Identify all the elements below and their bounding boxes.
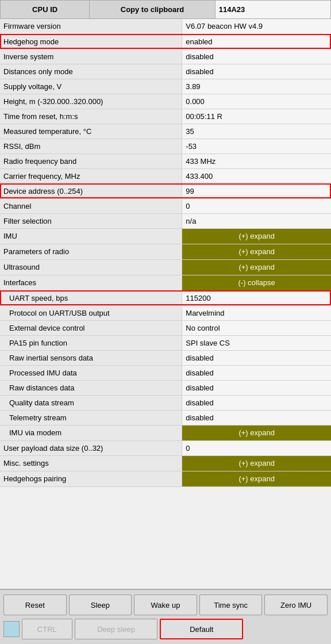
row-value[interactable]: (+) expand	[182, 244, 331, 259]
row-value: SPI slave CS	[182, 335, 331, 350]
row-value[interactable]: (-) collapse	[182, 275, 331, 290]
row-label: Misc. settings	[0, 455, 182, 471]
row-label: Time from reset, h:m:s	[0, 109, 182, 124]
footer: ResetSleepWake upTime syncZero IMU CTRL …	[0, 589, 331, 644]
sleep-button[interactable]: Sleep	[69, 595, 132, 615]
row-label: Filter selection	[0, 213, 182, 228]
zero-imu-button[interactable]: Zero IMU	[264, 595, 328, 615]
row-value: 99	[182, 183, 331, 198]
row-label: Interfaces	[0, 275, 182, 290]
ctrl-label-btn: CTRL	[22, 619, 72, 639]
row-value: disabled	[182, 49, 331, 64]
table-row: UART speed, bps115200	[0, 290, 331, 305]
row-value[interactable]: (+) expand	[182, 455, 331, 471]
row-value: disabled	[182, 380, 331, 395]
row-label: Raw distances data	[0, 380, 182, 395]
row-value: 433.400	[182, 168, 331, 183]
table-row: Radio frequency band433 MHz	[0, 154, 331, 168]
ctrl-checkbox[interactable]	[3, 621, 20, 637]
row-value[interactable]: (+) expand	[182, 228, 331, 244]
footer-row1: ResetSleepWake upTime syncZero IMU	[3, 595, 328, 615]
row-label: IMU via modem	[0, 425, 182, 440]
table-row: Interfaces(-) collapse	[0, 275, 331, 290]
wake-up-button[interactable]: Wake up	[134, 595, 197, 615]
row-label: PA15 pin function	[0, 335, 182, 350]
table-row: Channel0	[0, 198, 331, 213]
header-table: CPU ID Copy to clipboard 114A23	[0, 0, 331, 19]
copy-to-clipboard-button[interactable]: Copy to clipboard	[90, 1, 215, 19]
row-value: V6.07 beacon HW v4.9	[182, 19, 331, 34]
table-row: PA15 pin functionSPI slave CS	[0, 335, 331, 350]
table-row: Firmware versionV6.07 beacon HW v4.9	[0, 19, 331, 34]
table-row: Hedgehogs pairing(+) expand	[0, 471, 331, 486]
row-label: User payload data size (0..32)	[0, 440, 182, 455]
row-label: Protocol on UART/USB output	[0, 305, 182, 320]
row-label: UART speed, bps	[0, 290, 182, 305]
table-row: RSSI, dBm-53	[0, 139, 331, 154]
row-label: Hedgehogs pairing	[0, 471, 182, 486]
default-button[interactable]: Default	[160, 619, 243, 639]
row-label: Hedgehog mode	[0, 34, 182, 49]
main-content: CPU ID Copy to clipboard 114A23 Firmware…	[0, 0, 331, 589]
table-row: Device address (0..254)99	[0, 183, 331, 198]
row-value: 00:05:11 R	[182, 109, 331, 124]
reset-button[interactable]: Reset	[3, 595, 67, 615]
row-value[interactable]: (+) expand	[182, 471, 331, 486]
table-row: Height, m (-320.000..320.000)0.000	[0, 94, 331, 109]
table-row: Raw distances datadisabled	[0, 380, 331, 395]
table-row: Time from reset, h:m:s00:05:11 R	[0, 109, 331, 124]
row-value: 3.89	[182, 79, 331, 94]
row-label: Processed IMU data	[0, 365, 182, 380]
row-value: 0	[182, 440, 331, 455]
row-value: 433 MHz	[182, 154, 331, 168]
row-value: disabled	[182, 365, 331, 380]
cpu-id-label[interactable]: CPU ID	[1, 1, 90, 19]
row-label: IMU	[0, 228, 182, 244]
row-label: Telemetry stream	[0, 410, 182, 425]
row-label: Firmware version	[0, 19, 182, 34]
row-label: Ultrasound	[0, 259, 182, 275]
table-row: Hedgehog modeenabled	[0, 34, 331, 49]
row-label: External device control	[0, 320, 182, 335]
table-row: Telemetry streamdisabled	[0, 410, 331, 425]
row-label: RSSI, dBm	[0, 139, 182, 154]
table-row: IMU(+) expand	[0, 228, 331, 244]
row-value[interactable]: (+) expand	[182, 425, 331, 440]
row-value: No control	[182, 320, 331, 335]
table-row: Carrier frequency, MHz433.400	[0, 168, 331, 183]
table-row: Parameters of radio(+) expand	[0, 244, 331, 259]
time-sync-button[interactable]: Time sync	[199, 595, 263, 615]
row-label: Distances only mode	[0, 64, 182, 79]
row-label: Quality data stream	[0, 395, 182, 410]
data-table: Firmware versionV6.07 beacon HW v4.9Hedg…	[0, 19, 331, 487]
table-row: Protocol on UART/USB outputMarvelmind	[0, 305, 331, 320]
row-value: 0.000	[182, 94, 331, 109]
row-label: Inverse system	[0, 49, 182, 64]
table-row: Filter selectionn/a	[0, 213, 331, 228]
row-label: Height, m (-320.000..320.000)	[0, 94, 182, 109]
row-label: Parameters of radio	[0, 244, 182, 259]
row-label: Supply voltage, V	[0, 79, 182, 94]
row-label: Carrier frequency, MHz	[0, 168, 182, 183]
row-value: 0	[182, 198, 331, 213]
cpu-id-value: 114A23	[215, 1, 330, 19]
row-label: Measured temperature, °C	[0, 124, 182, 139]
table-row: Raw inertial sensors datadisabled	[0, 350, 331, 365]
table-row: Quality data streamdisabled	[0, 395, 331, 410]
row-value: disabled	[182, 64, 331, 79]
table-row: Supply voltage, V3.89	[0, 79, 331, 94]
table-row: External device controlNo control	[0, 320, 331, 335]
row-value[interactable]: (+) expand	[182, 259, 331, 275]
table-row: Measured temperature, °C35	[0, 124, 331, 139]
table-row: Misc. settings(+) expand	[0, 455, 331, 471]
row-value: 35	[182, 124, 331, 139]
footer-row2: CTRL Deep sleep Default	[3, 619, 328, 639]
row-label: Raw inertial sensors data	[0, 350, 182, 365]
deep-sleep-button[interactable]: Deep sleep	[75, 619, 158, 639]
row-label: Channel	[0, 198, 182, 213]
table-row: Inverse systemdisabled	[0, 49, 331, 64]
table-row: IMU via modem(+) expand	[0, 425, 331, 440]
row-value: enabled	[182, 34, 331, 49]
table-row: Processed IMU datadisabled	[0, 365, 331, 380]
row-value: disabled	[182, 350, 331, 365]
